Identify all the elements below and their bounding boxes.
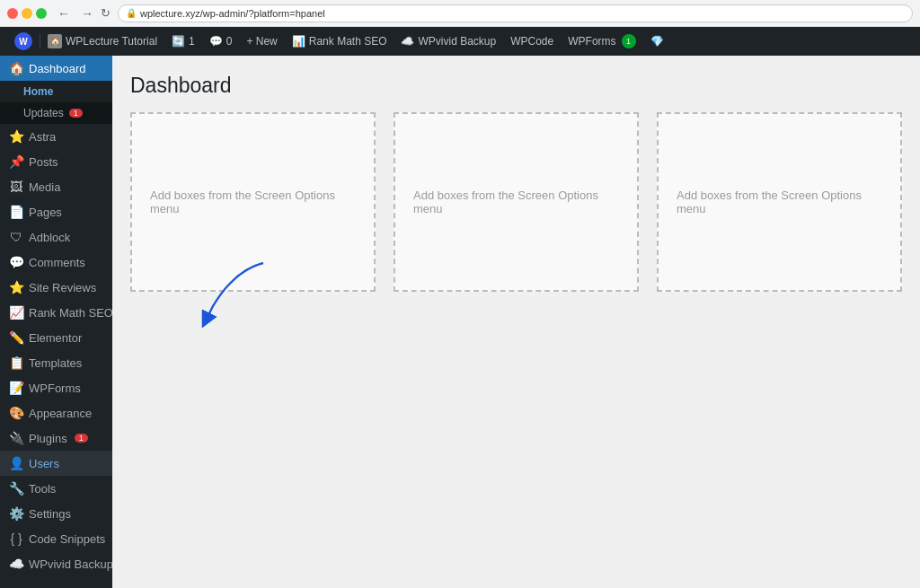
- back-button[interactable]: ←: [54, 4, 74, 22]
- sidebar-item-users[interactable]: 👤 Users: [0, 451, 112, 476]
- widget-box-2-text: Add boxes from the Screen Options menu: [413, 189, 619, 215]
- sidebar-item-templates[interactable]: 📋 Templates: [0, 350, 112, 375]
- wp-logo-item[interactable]: W: [7, 27, 40, 56]
- url-text: wplecture.xyz/wp-admin/?platform=hpanel: [140, 8, 325, 19]
- sidebar-item-posts[interactable]: 📌 Posts: [0, 149, 112, 174]
- sidebar-item-wpforms[interactable]: 📝 WPForms: [0, 375, 112, 400]
- sidebar-item-pages[interactable]: 📄 Pages: [0, 199, 112, 224]
- widget-box-3-text: Add boxes from the Screen Options menu: [677, 189, 882, 215]
- sidebar-item-comments[interactable]: 💬 Comments: [0, 250, 112, 275]
- updates-submenu-badge: 1: [69, 109, 83, 118]
- sidebar-item-elementor[interactable]: ✏️ Elementor: [0, 325, 112, 350]
- widget-box-1-text: Add boxes from the Screen Options menu: [150, 189, 356, 215]
- plugins-icon: 🔌: [9, 431, 23, 445]
- adblock-icon: 🛡: [9, 230, 23, 244]
- dashboard-icon: 🏠: [9, 61, 23, 75]
- tools-icon: 🔧: [9, 481, 23, 496]
- sidebar-adblock-label: Adblock: [29, 231, 70, 244]
- comments-icon: 💬: [209, 35, 223, 48]
- maximize-button[interactable]: [36, 8, 47, 19]
- wpforms-sidebar-icon: 📝: [9, 381, 23, 395]
- sidebar-dashboard-label: Dashboard: [29, 62, 86, 75]
- updates-submenu-label: Updates: [23, 107, 64, 119]
- media-icon: 🖼: [9, 180, 23, 194]
- address-bar[interactable]: 🔒 wplecture.xyz/wp-admin/?platform=hpane…: [118, 4, 913, 22]
- diamond-icon: 💎: [650, 35, 664, 48]
- sidebar-item-rank-math[interactable]: 📈 Rank Math SEO: [0, 300, 112, 325]
- cloud-icon: ☁️: [401, 35, 414, 48]
- posts-icon: 📌: [9, 154, 23, 169]
- browser-chrome: ← → ↻ 🔒 wplecture.xyz/wp-admin/?platform…: [0, 0, 920, 27]
- annotation-area: [130, 301, 902, 408]
- submenu-home[interactable]: Home: [0, 81, 112, 102]
- rank-math-sidebar-icon: 📈: [9, 305, 23, 320]
- plugins-badge: 1: [75, 434, 88, 443]
- updates-item[interactable]: 🔄 1: [164, 27, 202, 56]
- widget-area: Add boxes from the Screen Options menu A…: [130, 112, 902, 292]
- elementor-icon: ✏️: [9, 330, 23, 345]
- comments-count: 0: [226, 35, 233, 48]
- widget-box-1: Add boxes from the Screen Options menu: [130, 112, 376, 292]
- sidebar-item-plugins[interactable]: 🔌 Plugins 1: [0, 426, 112, 451]
- appearance-icon: 🎨: [9, 406, 23, 420]
- rank-math-label: Rank Math SEO: [309, 35, 387, 48]
- users-icon: 👤: [9, 456, 23, 470]
- site-name-item[interactable]: 🏠 WPLecture Tutorial: [40, 27, 164, 56]
- settings-icon: ⚙️: [9, 506, 23, 521]
- wpforms-label: WPForms: [568, 35, 615, 48]
- sidebar-users-container: 👤 Users All Users Add New User Profile: [0, 451, 112, 476]
- pages-icon: 📄: [9, 205, 23, 219]
- sidebar-item-adblock[interactable]: 🛡 Adblock: [0, 224, 112, 250]
- minimize-button[interactable]: [22, 8, 32, 19]
- main-content: Dashboard Add boxes from the Screen Opti…: [112, 56, 920, 588]
- updates-icon: 🔄: [172, 35, 185, 48]
- new-item[interactable]: + New: [239, 27, 284, 56]
- wpforms-item[interactable]: WPForms 1: [561, 27, 642, 56]
- sidebar-item-media[interactable]: 🖼 Media: [0, 174, 112, 199]
- sidebar-pages-label: Pages: [29, 206, 62, 219]
- updates-count: 1: [189, 35, 195, 48]
- sidebar-elementor-label: Elementor: [29, 331, 82, 345]
- wpvivid-item[interactable]: ☁️ WPvivid Backup: [394, 27, 503, 56]
- home-submenu-label: Home: [23, 85, 53, 98]
- sidebar-plugins-label: Plugins: [29, 432, 67, 445]
- sidebar-item-wpvivid[interactable]: ☁️ WPvivid Backup: [0, 551, 112, 576]
- rank-math-icon: 📊: [292, 35, 305, 48]
- widget-box-3: Add boxes from the Screen Options menu: [657, 112, 902, 292]
- dashboard-submenu: Home Updates 1: [0, 81, 112, 124]
- sidebar-item-appearance[interactable]: 🎨 Appearance: [0, 400, 112, 426]
- sidebar-wpvivid-label: WPvivid Backup: [29, 557, 112, 571]
- sidebar: 🏠 Dashboard Home Updates 1 ⭐ Astra 📌 Pos…: [0, 56, 112, 588]
- sidebar-comments-label: Comments: [29, 256, 85, 269]
- sidebar-code-snippets-label: Code Snippets: [29, 532, 105, 546]
- sidebar-site-reviews-label: Site Reviews: [29, 281, 96, 294]
- comments-item[interactable]: 💬 0: [202, 27, 240, 56]
- rank-math-item[interactable]: 📊 Rank Math SEO: [285, 27, 394, 56]
- new-label: + New: [246, 35, 277, 48]
- templates-icon: 📋: [9, 355, 23, 370]
- refresh-button[interactable]: ↻: [101, 4, 111, 22]
- close-button[interactable]: [7, 8, 18, 19]
- sidebar-item-code-snippets[interactable]: { } Code Snippets: [0, 526, 112, 551]
- widget-box-2: Add boxes from the Screen Options menu: [394, 112, 639, 292]
- wpforms-badge: 1: [622, 34, 636, 48]
- sidebar-item-tools[interactable]: 🔧 Tools: [0, 476, 112, 501]
- sidebar-astra-label: Astra: [29, 130, 56, 144]
- forward-button[interactable]: →: [77, 4, 97, 22]
- wpcode-item[interactable]: WPCode: [503, 27, 561, 56]
- home-icon: 🏠: [48, 34, 62, 48]
- site-reviews-icon: ⭐: [9, 280, 23, 294]
- sidebar-settings-label: Settings: [29, 507, 71, 521]
- sidebar-item-astra[interactable]: ⭐ Astra: [0, 124, 112, 149]
- browser-nav: ← → ↻: [54, 4, 111, 22]
- submenu-updates[interactable]: Updates 1: [0, 102, 112, 124]
- sidebar-wpforms-label: WPForms: [29, 382, 81, 395]
- wpvivid-label: WPvivid Backup: [418, 35, 496, 48]
- sidebar-item-settings[interactable]: ⚙️ Settings: [0, 501, 112, 526]
- site-name-label: WPLecture Tutorial: [66, 35, 157, 48]
- diamond-item[interactable]: 💎: [643, 27, 671, 56]
- wp-logo: W: [14, 32, 32, 50]
- sidebar-templates-label: Templates: [29, 356, 82, 370]
- sidebar-item-dashboard[interactable]: 🏠 Dashboard: [0, 56, 112, 81]
- sidebar-item-site-reviews[interactable]: ⭐ Site Reviews: [0, 275, 112, 300]
